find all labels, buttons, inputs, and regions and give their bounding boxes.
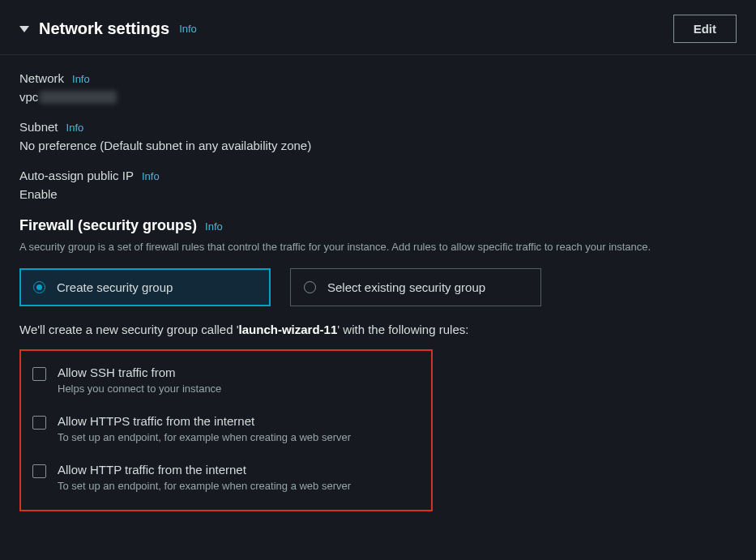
subnet-label: Subnet bbox=[19, 120, 58, 134]
allow-http-desc: To set up an endpoint, for example when … bbox=[58, 480, 351, 492]
firewall-description: A security group is a set of firewall ru… bbox=[19, 239, 737, 255]
allow-ssh-row: Allow SSH traffic from Helps you connect… bbox=[29, 361, 423, 400]
select-existing-security-group-tile[interactable]: Select existing security group bbox=[290, 268, 541, 306]
network-info-link[interactable]: Info bbox=[72, 73, 90, 85]
firewall-section: Firewall (security groups) Info A securi… bbox=[19, 217, 737, 511]
network-label-row: Network Info bbox=[19, 71, 737, 85]
allow-http-text: Allow HTTP traffic from the internet To … bbox=[58, 463, 351, 492]
rules-intro: We'll create a new security group called… bbox=[19, 323, 737, 336]
subnet-value: No preference (Default subnet in any ava… bbox=[19, 139, 737, 152]
create-sg-label: Create security group bbox=[57, 280, 173, 294]
rules-intro-post: ' with the following rules: bbox=[337, 323, 468, 336]
allow-ssh-checkbox[interactable] bbox=[32, 367, 46, 381]
allow-https-label: Allow HTTPS traffic from the internet bbox=[58, 414, 351, 428]
network-settings-info-link[interactable]: Info bbox=[179, 23, 197, 35]
allow-https-text: Allow HTTPS traffic from the internet To… bbox=[58, 414, 351, 443]
firewall-info-link[interactable]: Info bbox=[205, 220, 223, 233]
radio-icon bbox=[33, 281, 45, 293]
allow-https-row: Allow HTTPS traffic from the internet To… bbox=[29, 409, 423, 448]
firewall-title-row: Firewall (security groups) Info bbox=[19, 217, 223, 234]
radio-icon bbox=[304, 281, 316, 293]
subnet-field: Subnet Info No preference (Default subne… bbox=[19, 120, 737, 152]
allow-ssh-label: Allow SSH traffic from bbox=[58, 365, 221, 379]
auto-assign-info-link[interactable]: Info bbox=[142, 170, 160, 182]
firewall-title: Firewall (security groups) bbox=[19, 217, 197, 234]
auto-assign-value: Enable bbox=[19, 187, 737, 201]
panel-header: Network settings Info Edit bbox=[0, 6, 756, 55]
rules-intro-pre: We'll create a new security group called… bbox=[19, 323, 239, 336]
network-value: vpc bbox=[19, 90, 737, 104]
panel-body: Network Info vpc Subnet Info No preferen… bbox=[0, 55, 756, 544]
select-sg-label: Select existing security group bbox=[327, 280, 485, 294]
rules-intro-name: launch-wizard-11 bbox=[239, 323, 338, 336]
panel-title: Network settings bbox=[39, 19, 169, 38]
network-label: Network bbox=[19, 71, 64, 85]
vpc-id-redacted bbox=[40, 91, 117, 104]
collapse-caret-icon[interactable] bbox=[19, 26, 29, 32]
panel-header-left: Network settings Info bbox=[19, 19, 197, 38]
allow-https-checkbox[interactable] bbox=[32, 416, 46, 430]
auto-assign-ip-field: Auto-assign public IP Info Enable bbox=[19, 169, 737, 201]
subnet-label-row: Subnet Info bbox=[19, 120, 737, 134]
allow-ssh-text: Allow SSH traffic from Helps you connect… bbox=[58, 365, 221, 395]
vpc-prefix: vpc bbox=[19, 90, 38, 104]
allow-http-row: Allow HTTP traffic from the internet To … bbox=[29, 458, 423, 497]
subnet-info-link[interactable]: Info bbox=[66, 122, 84, 134]
edit-button[interactable]: Edit bbox=[673, 15, 737, 43]
allow-http-checkbox[interactable] bbox=[32, 464, 46, 478]
create-security-group-tile[interactable]: Create security group bbox=[19, 268, 271, 306]
network-settings-panel: Network settings Info Edit Network Info … bbox=[0, 0, 756, 550]
allow-https-desc: To set up an endpoint, for example when … bbox=[58, 431, 351, 443]
rules-highlight-box: Allow SSH traffic from Helps you connect… bbox=[19, 349, 433, 511]
allow-ssh-desc: Helps you connect to your instance bbox=[58, 383, 221, 395]
network-field: Network Info vpc bbox=[19, 71, 737, 104]
auto-assign-label-row: Auto-assign public IP Info bbox=[19, 169, 737, 182]
allow-http-label: Allow HTTP traffic from the internet bbox=[58, 463, 351, 477]
security-group-tile-group: Create security group Select existing se… bbox=[19, 268, 737, 306]
auto-assign-label: Auto-assign public IP bbox=[19, 169, 134, 182]
